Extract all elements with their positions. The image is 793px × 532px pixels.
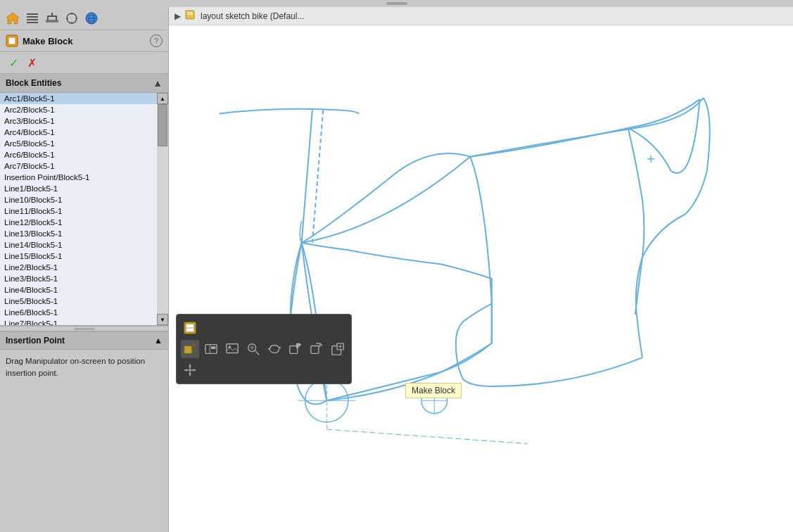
list-item[interactable]: Arc7/Block5-1 — [0, 160, 168, 172]
list-item[interactable]: Line1/Block5-1 — [0, 183, 168, 194]
svg-rect-1 — [27, 13, 38, 15]
svg-line-27 — [302, 110, 312, 243]
list-item[interactable]: Arc1/Block5-1 — [0, 93, 168, 104]
svg-line-50 — [255, 351, 259, 355]
right-area: ▶ layout sketch bike (Defaul... — [169, 7, 793, 532]
svg-rect-9 — [46, 20, 50, 23]
list-item[interactable]: Line3/Block5-1 — [0, 273, 168, 284]
insertion-point-title: Insertion Point — [6, 336, 65, 346]
svg-rect-2 — [27, 16, 38, 18]
svg-marker-67 — [189, 374, 191, 376]
list-item[interactable]: Line2/Block5-1 — [0, 262, 168, 273]
entities-list[interactable]: Arc1/Block5-1Arc2/Block5-1Arc3/Block5-1A… — [0, 93, 168, 325]
svg-rect-10 — [54, 20, 58, 23]
svg-rect-5 — [51, 13, 53, 15]
collapse-icon[interactable]: ▲ — [153, 77, 163, 89]
crosshair-icon[interactable] — [63, 10, 80, 27]
list-item[interactable]: Arc3/Block5-1 — [0, 115, 168, 127]
make-block-tooltip: Make Block — [405, 383, 462, 398]
list-item[interactable]: Arc5/Block5-1 — [0, 138, 168, 149]
list-item[interactable]: Line4/Block5-1 — [0, 284, 168, 296]
ft-sync-icon[interactable] — [265, 340, 284, 358]
insertion-point-header: Insertion Point ▲ — [0, 331, 168, 350]
ft-export-icon[interactable] — [307, 340, 326, 358]
insertion-point-section: Insertion Point ▲ Drag Manipulator on-sc… — [0, 331, 168, 386]
ft-picture-icon[interactable] — [223, 340, 241, 358]
resize-handle[interactable] — [0, 326, 168, 331]
ft-import-icon[interactable] — [329, 340, 347, 358]
block-entities-header: Block Entities ▲ — [0, 74, 168, 93]
floating-toolbar — [176, 314, 352, 384]
entities-list-container: Arc1/Block5-1Arc2/Block5-1Arc3/Block5-1A… — [0, 93, 168, 325]
top-bar-handle — [386, 2, 407, 5]
resize-handle-bar — [74, 328, 95, 330]
tree-icon[interactable] — [44, 10, 61, 27]
svg-rect-6 — [47, 15, 57, 17]
svg-rect-4 — [27, 22, 38, 23]
svg-rect-11 — [50, 20, 54, 23]
make-block-icon — [6, 34, 18, 47]
list-item[interactable]: Arc6/Block5-1 — [0, 149, 168, 160]
insertion-point-desc: Drag Manipulator on-screen to position i… — [6, 355, 163, 380]
path-bar: ▶ layout sketch bike (Defaul... — [169, 7, 793, 25]
ft-insert-block-icon[interactable] — [181, 340, 199, 358]
list-item[interactable]: Line5/Block5-1 — [0, 296, 168, 307]
svg-rect-3 — [27, 19, 38, 20]
insertion-point-collapse-icon[interactable]: ▲ — [154, 336, 163, 346]
list-item[interactable]: Line6/Block5-1 — [0, 307, 168, 318]
ft-define-block-icon[interactable] — [202, 340, 220, 358]
block-entities-section: Block Entities ▲ Arc1/Block5-1Arc2/Block… — [0, 74, 168, 326]
floating-toolbar-row3 — [181, 361, 347, 379]
list-item[interactable]: Line13/Block5-1 — [0, 228, 168, 239]
svg-line-35 — [326, 429, 527, 443]
svg-rect-46 — [211, 346, 215, 349]
bike-sketch-svg — [169, 25, 793, 532]
ft-search-icon[interactable] — [244, 340, 262, 358]
ft-block-edit-icon[interactable] — [286, 340, 305, 358]
list-item[interactable]: Insertion Point/Block5-1 — [0, 172, 168, 183]
list-item[interactable]: Line7/Block5-1 — [0, 318, 168, 325]
cancel-button[interactable]: ✗ — [24, 55, 39, 70]
list-item[interactable]: Line11/Block5-1 — [0, 205, 168, 217]
action-buttons: ✓ ✗ — [0, 52, 168, 74]
scroll-down-button[interactable]: ▼ — [157, 314, 168, 325]
svg-marker-53 — [279, 346, 281, 349]
svg-marker-0 — [6, 13, 19, 24]
path-file-icon — [185, 10, 198, 22]
globe-icon[interactable] — [83, 10, 100, 27]
help-icon[interactable]: ? — [150, 34, 163, 47]
svg-rect-56 — [311, 346, 319, 353]
top-bar — [0, 0, 793, 7]
scroll-up-button[interactable]: ▲ — [157, 93, 168, 104]
svg-marker-66 — [189, 365, 191, 367]
list-item[interactable]: Line15/Block5-1 — [0, 251, 168, 262]
list-item[interactable]: Line14/Block5-1 — [0, 239, 168, 251]
svg-line-28 — [312, 110, 323, 243]
home-icon[interactable] — [4, 10, 21, 27]
list-item[interactable]: Line12/Block5-1 — [0, 217, 168, 228]
svg-point-12 — [67, 13, 77, 23]
svg-marker-54 — [267, 348, 270, 350]
main-layout: Make Block ? ✓ ✗ Block Entities ▲ Arc1/B… — [0, 7, 793, 532]
svg-rect-8 — [56, 17, 57, 20]
svg-rect-23 — [8, 37, 15, 44]
svg-rect-41 — [184, 346, 192, 353]
list-item[interactable]: Arc4/Block5-1 — [0, 127, 168, 138]
floating-toolbar-row2 — [181, 340, 347, 358]
list-icon[interactable] — [24, 10, 41, 27]
svg-rect-25 — [187, 12, 193, 13]
list-item[interactable]: Arc2/Block5-1 — [0, 104, 168, 115]
toolbar-row — [0, 7, 168, 30]
svg-rect-47 — [227, 344, 238, 353]
ft-manipulator-icon[interactable] — [181, 361, 199, 379]
list-item[interactable]: Line10/Block5-1 — [0, 194, 168, 205]
ft-main-icon[interactable] — [181, 319, 199, 337]
path-text: layout sketch bike (Defaul... — [201, 11, 304, 21]
canvas-area[interactable]: Make Block — [169, 25, 793, 532]
insertion-point-body: Drag Manipulator on-screen to position i… — [0, 350, 168, 386]
block-entities-title: Block Entities — [6, 78, 61, 88]
scroll-track — [157, 104, 168, 314]
ok-button[interactable]: ✓ — [6, 55, 21, 70]
svg-marker-69 — [194, 369, 196, 372]
scroll-thumb[interactable] — [158, 104, 167, 146]
